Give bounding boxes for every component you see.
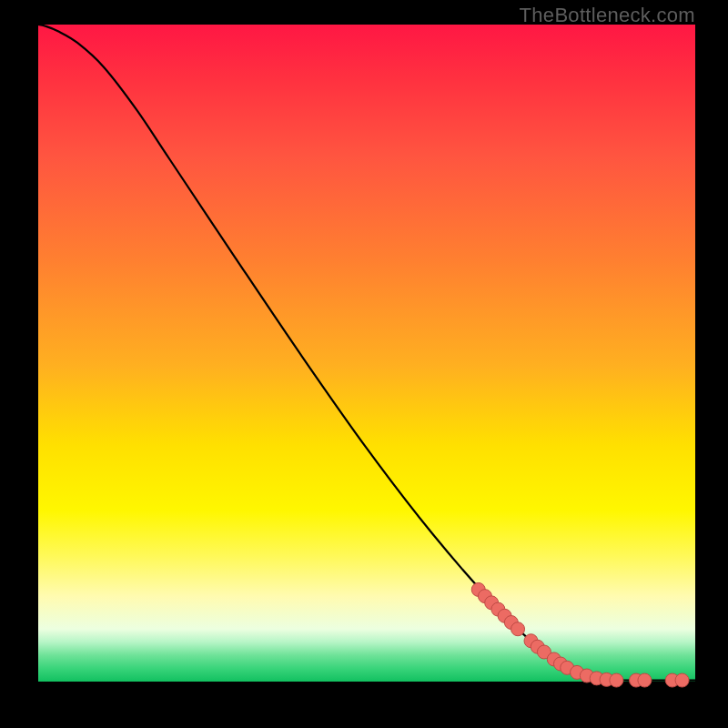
chart-svg [38,25,695,682]
chart-dot [511,622,525,636]
chart-curve [38,25,695,681]
chart-frame [38,25,695,682]
chart-dot [638,673,652,687]
chart-dots-group [471,582,689,687]
chart-dot [675,673,689,687]
chart-dot [610,673,623,687]
